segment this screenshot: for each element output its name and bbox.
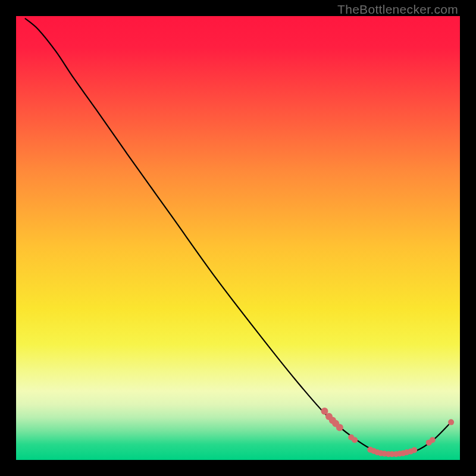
chart-background: [16, 16, 460, 460]
watermark-text: TheBottleneсker.com: [337, 2, 458, 17]
chart-frame: TheBottleneсker.com: [0, 0, 476, 476]
marker-dot: [430, 437, 436, 443]
bottleneck-chart: [16, 16, 460, 460]
marker-dot: [411, 447, 417, 453]
marker-dot: [448, 419, 454, 425]
marker-dot: [352, 437, 358, 443]
marker-dot: [336, 424, 343, 431]
